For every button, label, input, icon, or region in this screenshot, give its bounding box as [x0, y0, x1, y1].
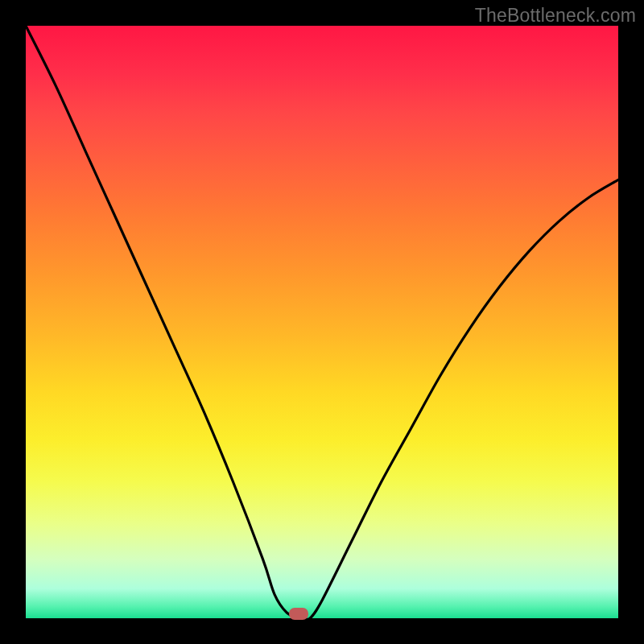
watermark-text: TheBottleneck.com — [475, 5, 636, 27]
notch-marker — [289, 608, 308, 620]
plot-area — [26, 26, 618, 618]
bottleneck-curve — [26, 26, 618, 618]
chart-frame: TheBottleneck.com — [0, 0, 644, 644]
